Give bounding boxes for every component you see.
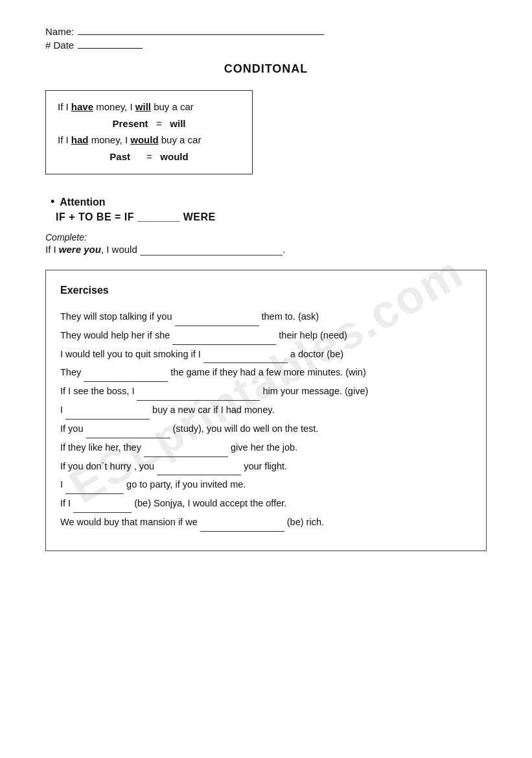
name-field xyxy=(78,34,324,35)
intro-prefix3: If I xyxy=(58,134,71,145)
exercise-2: They would help her if she their help (n… xyxy=(60,327,472,345)
intro-present: Present xyxy=(113,118,148,129)
blank-12 xyxy=(200,514,284,532)
intro-mid1: money, I xyxy=(93,101,135,112)
intro-will: will xyxy=(135,101,151,112)
intro-eq1: = xyxy=(148,118,170,129)
complete-period: . xyxy=(283,244,285,255)
page-title: CONDITONAL xyxy=(45,62,487,76)
intro-line1: If I have money, I will buy a car xyxy=(58,99,240,115)
complete-you: you xyxy=(84,244,101,255)
intro-line4: Past = would xyxy=(58,148,240,165)
intro-mid3: money, I xyxy=(89,134,131,145)
if-tobe-text: IF + TO BE = IF _______ WERE xyxy=(56,211,216,222)
intro-end1: buy a car xyxy=(151,101,194,112)
complete-comma: , I would xyxy=(101,244,140,255)
exercise-1: They will stop talking if you them to. (… xyxy=(60,308,472,326)
exercise-5: If I see the boss, I him your message. (… xyxy=(60,383,472,401)
intro-would2: would xyxy=(160,151,188,162)
blank-10 xyxy=(65,476,124,494)
bullet-icon: • xyxy=(51,195,54,209)
blank-9 xyxy=(157,458,241,476)
intro-have: have xyxy=(71,101,93,112)
date-label: # Date xyxy=(45,40,74,51)
exercises-title: Exercises xyxy=(60,285,472,296)
blank-6 xyxy=(65,401,150,420)
attention-bullet: • Attention xyxy=(51,195,487,209)
exercise-7: If you (study), you will do well on the … xyxy=(60,420,472,438)
exercise-11: If I (be) Sonjya, I would accept the off… xyxy=(60,495,472,513)
intro-prefix1: If I xyxy=(58,101,71,112)
header-section: Name: # Date xyxy=(45,26,487,51)
name-line: Name: xyxy=(45,26,487,37)
complete-label: Complete: xyxy=(45,232,487,243)
intro-line2: Present = will xyxy=(58,115,240,132)
blank-2 xyxy=(172,327,276,345)
exercise-10: I go to party, if you invited me. xyxy=(60,476,472,494)
blank-4 xyxy=(84,364,168,382)
exercise-9: If you don´t hurry , you your flight. xyxy=(60,458,472,476)
blank-11 xyxy=(73,495,132,513)
exercise-6: I buy a new car if I had money. xyxy=(60,401,472,420)
exercise-8: If they like her, they give her the job. xyxy=(60,439,472,457)
if-tobe-line: IF + TO BE = IF _______ WERE xyxy=(56,211,487,223)
exercise-3: I would tell you to quit smoking if I a … xyxy=(60,346,472,364)
complete-prefix: If I xyxy=(45,244,59,255)
name-label: Name: xyxy=(45,26,74,37)
intro-eq2: = xyxy=(130,151,160,162)
attention-label: Attention xyxy=(60,196,105,208)
blank-3 xyxy=(203,346,288,364)
blank-8 xyxy=(144,439,228,457)
intro-will2: will xyxy=(170,118,185,129)
date-field xyxy=(78,48,143,49)
blank-7 xyxy=(86,420,170,438)
intro-line3: If I had money, I would buy a car xyxy=(58,132,240,148)
intro-end3: buy a car xyxy=(159,134,202,145)
complete-blank xyxy=(140,244,283,255)
date-line: # Date xyxy=(45,40,487,51)
complete-were: were xyxy=(59,244,81,255)
exercises-box: Exercises They will stop talking if you … xyxy=(45,270,487,551)
blank-5 xyxy=(137,383,260,401)
complete-line: If I were you, I would . xyxy=(45,244,487,255)
intro-would: would xyxy=(130,134,158,145)
attention-section: • Attention IF + TO BE = IF _______ WERE xyxy=(51,195,487,223)
blank-1 xyxy=(175,308,259,326)
intro-box: If I have money, I will buy a car Presen… xyxy=(45,90,253,174)
intro-past: Past xyxy=(110,151,130,162)
intro-had: had xyxy=(71,134,89,145)
exercise-12: We would buy that mansion if we (be) ric… xyxy=(60,514,472,532)
exercise-4: They the game if they had a few more min… xyxy=(60,364,472,382)
